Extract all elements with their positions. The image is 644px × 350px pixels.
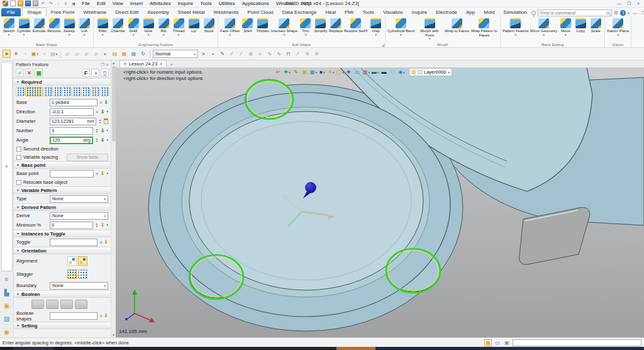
save-button[interactable] [25,1,31,6]
layer-visibility-bulb-icon[interactable] [411,70,416,74]
pick-yellow-arrow-icon[interactable]: ⇓ [101,223,105,228]
ribbon-tab-point-cloud[interactable]: Point Cloud [243,8,277,16]
exit-input-button[interactable]: ↩ [274,68,282,76]
field-mode-button[interactable]: F [82,69,90,77]
ribbon-item-face-offset[interactable]: Face Offset▾ [219,18,240,36]
pattern-manager-tab[interactable]: ✦ [1,62,13,271]
scroll-up-icon[interactable]: ▲ [112,61,115,65]
section-header-derived-pattern[interactable]: ▼Derived Pattern [14,203,111,211]
collapse-arrow-icon[interactable]: ▼ [16,324,19,327]
dropdown-arrow-icon[interactable]: ▾ [617,33,619,36]
spline-tool[interactable]: ∿ [265,50,274,58]
ribbon-item-fillet[interactable]: Fillet▾ [95,18,110,36]
boolean-add-option[interactable] [46,300,58,309]
ribbon-item-loft[interactable]: Loft▾ [77,18,92,36]
ribbon-tab-sheet-metal[interactable]: Sheet Metal [174,8,209,16]
ribbon-item-datum-plane[interactable]: Datum Plane▾ [606,18,630,36]
point-tool[interactable]: • [209,50,217,58]
gear-icon[interactable]: ⚙ [614,11,618,16]
menu-inquire[interactable]: Inquire [175,0,196,7]
ribbon-item-cylinder[interactable]: Cylinder▾ [16,18,31,36]
ribbon-item-extrude[interactable]: Extrude [31,18,47,33]
line-tool[interactable]: ∕ [228,50,236,58]
menu-file[interactable]: File [79,0,93,7]
ribbon-item-morph-with-point[interactable]: Morph with Point▾ [415,18,444,40]
display-mode-button[interactable]: ■▾ [318,68,326,76]
menu-utilities[interactable]: Utilities [216,0,238,7]
help-icon[interactable]: ? [620,10,626,16]
align-with-direction-option[interactable] [67,256,77,266]
new-file-button[interactable] [10,1,16,6]
display-style-combobox[interactable]: Normal ▾ [153,50,198,58]
panel-float-button[interactable]: ❐ [101,62,104,67]
expand-chevrons-icon[interactable]: » [98,315,103,317]
ribbon-tab-heal[interactable]: Heal [321,8,340,16]
section-header-setting[interactable]: ▼Setting [14,322,111,329]
open-button[interactable] [18,1,23,6]
pick-green-arrow-icon[interactable]: ⇓ [101,128,105,133]
ribbon-item-mirror-geometry[interactable]: Mirror Geometry▾ [530,18,558,36]
relocate-base-object-checkbox[interactable] [16,180,21,185]
ribbon-item-intersect-shape[interactable]: Intersect Shape▾ [270,18,298,36]
ribbon-item-stock[interactable]: Stock [201,18,216,33]
expand-output-button[interactable]: ▣ [503,339,511,346]
pick-box-button[interactable]: ▣▾ [31,50,39,58]
dropdown-arrow-icon[interactable]: ▾ [23,33,25,36]
minimize-button[interactable]: — [615,1,624,7]
ribbon-item-hole[interactable]: Hole▾ [141,18,156,36]
align-with-pattern-option[interactable] [78,256,87,266]
dropdown-arrow-icon[interactable]: ▾ [284,33,286,36]
filter-face-button[interactable]: ▱ [73,50,81,58]
ribbon-tab-weldments[interactable]: Weldments [209,8,243,16]
visual-manager-tab[interactable]: ▨ [1,313,13,324]
select-filter-button[interactable]: ➤ [3,50,11,58]
chevron-down-icon[interactable]: ▾ [106,223,108,227]
doc-restore-button[interactable]: ❐ [640,11,644,16]
undo-button[interactable]: ↶ [40,1,46,6]
expand-chevrons-icon[interactable]: » [95,110,100,113]
section-header-variable-pattern[interactable]: ▼Variable Pattern [14,186,111,194]
ribbon-item-lip[interactable]: Lip [186,18,201,33]
ribbon-item-rib[interactable]: Rib▾ [156,18,171,36]
pick-mode-button[interactable]: ✚▾ [283,68,291,76]
fill-pattern-option[interactable] [91,87,99,96]
dropdown-arrow-icon[interactable]: ▾ [429,37,431,40]
at-curves-pattern-option[interactable] [53,87,62,96]
derive-select[interactable]: None▾ [50,212,108,220]
diameter-input[interactable]: 123.12281mm [50,118,96,125]
show-table-button[interactable]: Show table [67,154,108,161]
expand-chevrons-icon[interactable]: » [95,172,100,174]
collapse-qat-button[interactable]: ◀ [70,1,76,6]
section-header-required[interactable]: ▼Required [14,78,111,86]
stagger-offset-option[interactable] [78,269,87,279]
collapse-arrow-icon[interactable]: ▼ [16,232,19,235]
menu-applications[interactable]: Applications [239,0,272,7]
ribbon-tab-tools[interactable]: Tools [358,8,379,16]
ok-button[interactable]: ✓ [16,69,24,77]
chevron-down-icon[interactable]: ▾ [106,110,108,113]
at-face-pattern-option[interactable] [62,87,71,96]
doc-minimize-button[interactable]: — [631,11,638,15]
view-manager-tab[interactable]: ▣ [1,300,13,311]
auto-regen-button[interactable]: ↻ [139,50,147,58]
find-command-input[interactable] [540,10,604,16]
spinner-control[interactable]: ▲▼ [95,128,99,133]
sketch-tool[interactable]: ✎ [218,50,226,58]
redo-button[interactable]: ↷ [48,1,53,6]
collapse-arrow-icon[interactable]: ▼ [16,80,19,84]
dropdown-arrow-icon[interactable]: ▾ [515,33,517,36]
toggle-input[interactable] [50,239,97,246]
ribbon-item-draft[interactable]: Draft▾ [126,18,141,36]
ribbon-item-inlay[interactable]: Inlay▾ [369,18,384,36]
boolean-none-option[interactable] [31,300,44,309]
ribbon-tab-data-exchange[interactable]: Data Exchange [278,8,321,16]
linear-pattern-option[interactable] [16,87,25,96]
tab-close-icon[interactable]: ✕ [159,62,163,67]
note-button[interactable]: ▯ [101,69,109,77]
section-header-base-point[interactable]: ▼Base point [14,161,111,169]
spinner-control[interactable]: ▲▼ [95,223,99,227]
ruler-button[interactable]: ▥▾ [362,68,370,76]
collapse-arrow-icon[interactable]: ▼ [16,249,19,252]
section-header-instances-to-toggle[interactable]: ▼Instances to Toggle [14,230,111,237]
print-button[interactable] [33,1,38,6]
